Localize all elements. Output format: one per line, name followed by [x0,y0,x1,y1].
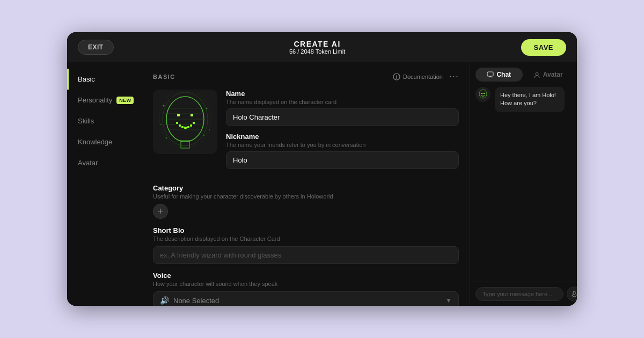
token-label: Token Limit [316,48,346,55]
token-limit: 2048 [301,48,313,55]
nickname-field-group: Nickname The name your friends refer to … [226,133,459,169]
svg-text:i: i [396,75,398,80]
nickname-input[interactable] [226,151,459,169]
svg-rect-10 [191,114,193,116]
svg-point-19 [163,105,165,107]
voice-selected-label: None Selected [173,297,219,305]
new-badge: NEW [116,97,134,104]
speaker-icon: 🔊 [160,296,169,305]
token-used: 56 [289,48,296,55]
sidebar-label-skills: Skills [78,117,94,125]
svg-rect-12 [179,124,181,127]
tab-avatar-label: Avatar [543,71,563,78]
svg-rect-11 [176,122,178,124]
chat-message: Hey there, I am Holo! How are you? [475,87,572,112]
chat-icon [487,71,494,78]
svg-rect-32 [484,93,485,94]
header: EXIT CREATE AI 56 / 2048 Token Limit SAV… [67,32,577,62]
header-center: CREATE AI 56 / 2048 Token Limit [289,40,345,55]
name-field-group: Name The name displayed on the character… [226,90,459,126]
exit-button[interactable]: EXIT [78,40,114,55]
name-fields: Name The name displayed on the character… [226,90,459,175]
tab-avatar[interactable]: Avatar [525,68,572,82]
svg-rect-27 [487,72,493,76]
character-avatar-svg [156,92,215,151]
short-bio-label: Short Bio [153,226,459,234]
character-avatar-box [153,90,217,154]
mic-icon [571,291,577,297]
sidebar-item-personality[interactable]: Personality NEW [67,90,142,111]
app-window: EXIT CREATE AI 56 / 2048 Token Limit SAV… [67,32,577,306]
svg-point-28 [536,72,538,75]
doc-link[interactable]: i Documentation [393,73,443,80]
name-input[interactable] [226,108,459,126]
tab-chat[interactable]: Chat [475,68,523,82]
svg-rect-16 [190,124,192,127]
token-info: 56 / 2048 Token Limit [289,48,345,55]
svg-rect-17 [193,122,195,124]
short-bio-section: Short Bio The description displayed on t… [153,226,459,264]
sidebar-item-avatar[interactable]: Avatar [67,152,142,173]
doc-icon: i [393,73,400,80]
svg-rect-33 [573,291,575,295]
short-bio-input[interactable] [153,246,459,264]
save-button[interactable]: SAVE [521,39,566,56]
add-category-button[interactable]: + [153,204,168,219]
svg-rect-2 [156,92,215,151]
chat-bubble: Hey there, I am Holo! How are you? [495,87,565,112]
svg-rect-14 [184,127,187,129]
voice-label: Voice [153,271,459,280]
chevron-down-icon: ▼ [445,297,452,304]
category-label: Category [153,184,459,192]
sidebar-label-avatar: Avatar [78,159,98,167]
right-panel: Chat Avatar [470,62,577,306]
name-desc: The name displayed on the character card [226,99,459,105]
chat-input[interactable] [475,287,564,301]
main-layout: Basic Personality NEW Skills Knowledge A… [67,62,577,306]
sidebar-label-basic: Basic [78,75,95,83]
svg-rect-9 [177,114,180,116]
app-title: CREATE AI [289,40,345,48]
sidebar-item-knowledge[interactable]: Knowledge [67,131,142,152]
voice-desc: How your character will sound when they … [153,281,459,287]
chat-area: Hey there, I am Holo! How are you? [470,82,577,282]
category-section: Category Useful for making your characte… [153,184,459,219]
chat-avatar [475,87,491,102]
mic-button[interactable] [567,286,577,302]
short-bio-desc: The description displayed on the Charact… [153,236,459,242]
sidebar: Basic Personality NEW Skills Knowledge A… [67,62,142,306]
category-desc: Useful for making your character discove… [153,193,459,200]
nickname-desc: The name your friends refer to you by in… [226,142,459,148]
sidebar-label-personality: Personality [78,96,112,104]
section-header: BASIC i Documentation ··· [153,71,459,82]
voice-dropdown[interactable]: 🔊 None Selected ▼ [153,291,459,306]
svg-point-21 [160,124,162,125]
name-label: Name [226,90,459,98]
panel-tabs: Chat Avatar [470,62,577,82]
section-title: BASIC [153,74,175,80]
chat-input-area [470,282,577,306]
sidebar-item-skills[interactable]: Skills [67,111,142,131]
avatar-icon [533,71,540,78]
svg-rect-13 [181,126,184,128]
svg-rect-15 [187,126,189,128]
character-row: Name The name displayed on the character… [153,90,459,175]
nickname-label: Nickname [226,133,459,141]
tab-chat-label: Chat [496,71,511,78]
svg-rect-29 [477,89,489,100]
sidebar-item-basic[interactable]: Basic [67,69,142,90]
more-button[interactable]: ··· [449,71,459,82]
content-area: BASIC i Documentation ··· [142,62,470,306]
voice-section: Voice How your character will sound when… [153,271,459,306]
sidebar-label-knowledge: Knowledge [78,138,112,146]
svg-rect-31 [481,93,482,94]
doc-label: Documentation [403,74,443,80]
chat-avatar-svg [477,89,489,100]
